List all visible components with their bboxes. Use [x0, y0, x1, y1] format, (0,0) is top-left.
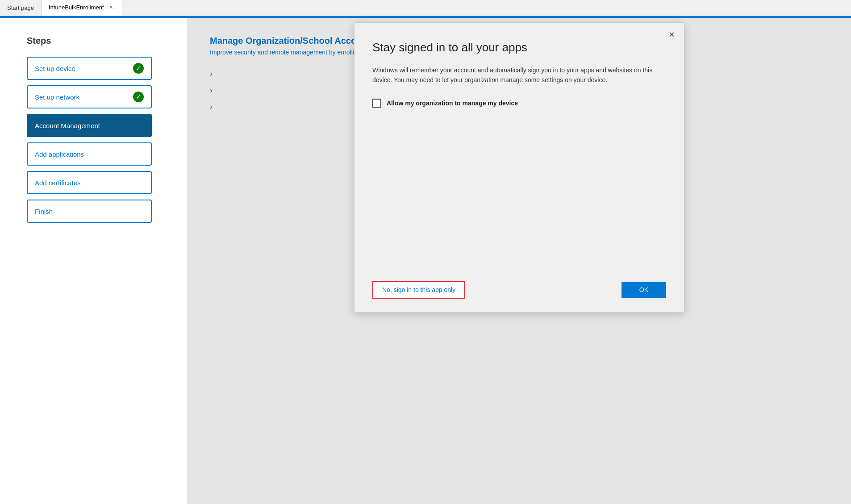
modal-heading: Stay signed in to all your apps	[372, 41, 666, 54]
main-layout: Steps Set up device ✓ Set up network ✓ A…	[0, 18, 851, 504]
tab-intune-close[interactable]: ✕	[108, 4, 115, 11]
modal-footer: No, sign in to this app only OK	[355, 272, 684, 312]
modal-description: Windows will remember your account and a…	[372, 65, 658, 85]
tab-start-page[interactable]: Start page	[0, 0, 42, 16]
modal-body: Stay signed in to all your apps Windows …	[355, 23, 684, 272]
checkbox-row: Allow my organization to manage my devic…	[372, 99, 666, 108]
sidebar: Steps Set up device ✓ Set up network ✓ A…	[0, 18, 188, 504]
tab-start-page-label: Start page	[7, 4, 34, 11]
step-account-management-label: Account Management	[35, 122, 100, 129]
manage-device-checkbox[interactable]	[372, 99, 381, 108]
sidebar-title: Steps	[27, 36, 169, 46]
modal-dialog: ✕ Stay signed in to all your apps Window…	[354, 22, 684, 312]
tab-intune[interactable]: IntuneBulkEnrollment ✕	[42, 0, 122, 16]
step-add-certificates-label: Add certificates	[35, 179, 81, 187]
step-finish[interactable]: Finish	[27, 200, 152, 223]
modal-close-button[interactable]: ✕	[665, 28, 678, 41]
step-setup-device-label: Set up device	[35, 65, 75, 72]
step-setup-device[interactable]: Set up device ✓	[27, 57, 152, 80]
modal-overlay: ✕ Stay signed in to all your apps Window…	[188, 18, 851, 504]
step-setup-network[interactable]: Set up network ✓	[27, 85, 152, 108]
step-add-applications-label: Add applications	[35, 150, 84, 158]
step-finish-label: Finish	[35, 208, 53, 215]
title-bar: Start page IntuneBulkEnrollment ✕	[0, 0, 851, 16]
step-setup-device-check: ✓	[133, 63, 144, 74]
ok-button[interactable]: OK	[622, 282, 666, 298]
manage-device-label: Allow my organization to manage my devic…	[387, 100, 518, 107]
step-account-management[interactable]: Account Management	[27, 114, 152, 137]
step-setup-network-label: Set up network	[35, 93, 79, 101]
step-add-applications[interactable]: Add applications	[27, 142, 152, 166]
content-area: Manage Organization/School Accounts Impr…	[188, 18, 851, 504]
no-sign-in-button[interactable]: No, sign in to this app only	[372, 281, 465, 299]
step-setup-network-check: ✓	[133, 92, 144, 102]
tab-intune-label: IntuneBulkEnrollment	[49, 4, 104, 11]
step-add-certificates[interactable]: Add certificates	[27, 171, 152, 194]
